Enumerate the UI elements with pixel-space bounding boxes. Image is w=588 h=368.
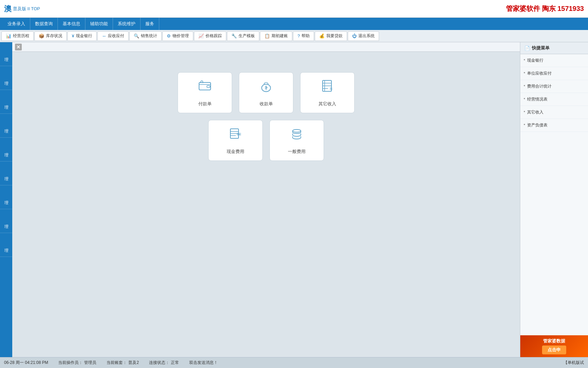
sidebar-item-3[interactable]: 理 — [0, 90, 12, 114]
tab-label: 我要贷款 — [326, 33, 343, 39]
menu-icon: 📄 — [524, 46, 530, 51]
cards-container: 付款单 收款单 — [12, 52, 520, 174]
close-button[interactable]: ✕ — [15, 44, 22, 50]
sidebar-item-9[interactable]: 理 — [0, 233, 12, 257]
wrench-icon: 🔧 — [231, 33, 237, 39]
box-icon: 📦 — [39, 33, 44, 39]
status-operator: 当前操作员： 管理员 — [58, 360, 96, 366]
quick-link-xianjin-yinhang[interactable]: 现金银行 — [520, 54, 588, 67]
sidebar-item-1[interactable]: 理 — [0, 42, 12, 66]
card-xianjin-feiyong[interactable]: 现金费用 — [208, 120, 263, 161]
menu-item-business[interactable]: 业务录入 — [3, 18, 30, 30]
tab-bar: 📊 经营历程 📦 库存状况 ¥ 现金银行 ↔ 应收应付 🔍 销售统计 ⚙ 物价管… — [0, 30, 588, 42]
question-icon: ? — [297, 33, 300, 39]
receipt-icon — [228, 126, 243, 144]
status-version: 【单机版试 — [564, 360, 584, 366]
tab-label: 库存状况 — [46, 33, 62, 39]
brand-contact: 管家婆软件 陶东 1571933 — [506, 4, 584, 13]
sidebar-item-2[interactable]: 理 — [0, 66, 12, 90]
main-menu-bar: 业务录入 数据查询 基本信息 辅助功能 系统维护 服务 — [0, 18, 588, 30]
logo-main: 澳 — [4, 4, 12, 14]
tab-label: 现金银行 — [76, 33, 92, 39]
tab-qichu-jianzhang[interactable]: 📋 期初建账 — [260, 31, 292, 41]
main-content: ✕ 付款单 — [12, 42, 520, 357]
quick-link-jingying-qingkuang[interactable]: 经营情况表 — [520, 93, 588, 106]
quick-link-feiyong-tongji[interactable]: 费用合计统计 — [520, 80, 588, 93]
banner-apply-button[interactable]: 点击申 — [542, 346, 566, 354]
logo-sub: 普及版 II TOP — [13, 6, 40, 12]
card-qita-shouru[interactable]: 羊 其它收入 — [300, 72, 355, 113]
menu-item-basic[interactable]: 基本信息 — [58, 18, 85, 30]
tab-kucun[interactable]: 📦 库存状况 — [34, 31, 67, 41]
tab-label: 价格跟踪 — [206, 33, 222, 39]
tab-xianjin-yinhang[interactable]: ¥ 现金银行 — [67, 31, 97, 41]
tab-loan[interactable]: 💰 我要贷款 — [315, 31, 347, 41]
tab-label: 物价管理 — [173, 33, 189, 39]
banner-top-text: 管家婆数据 — [543, 338, 565, 344]
tab-xiaoshou-tongji[interactable]: 🔍 销售统计 — [129, 31, 162, 41]
coins-icon — [289, 126, 304, 144]
trending-icon: 📈 — [198, 33, 204, 39]
menu-item-assist[interactable]: 辅助功能 — [85, 18, 113, 30]
svg-point-7 — [293, 129, 301, 132]
sidebar-item-6[interactable]: 理 — [0, 162, 12, 185]
card-yiban-feiyong[interactable]: 一般费用 — [270, 120, 324, 161]
status-send-msg[interactable]: 双击发送消息！ — [189, 360, 218, 366]
notebook-icon: 羊 — [320, 78, 335, 97]
content-wrapper: 理 理 理 理 理 理 理 理 理 ✕ — [0, 42, 588, 357]
search-icon: 🔍 — [134, 33, 139, 39]
brand-bar: 澳 普及版 II TOP 管家婆软件 陶东 1571933 — [0, 0, 588, 18]
tab-label: 经营历程 — [13, 33, 29, 39]
quick-link-qita-shouru[interactable]: 其它收入 — [520, 106, 588, 119]
right-panel-title: 快捷菜单 — [532, 45, 550, 51]
right-panel: 📄 快捷菜单 现金银行 单位应收应付 费用合计统计 经营情况表 其它收入 资产负… — [520, 42, 588, 357]
gear-icon: ⚙ — [167, 33, 171, 39]
status-datetime: 06-28 周一 04:21:08 PM — [4, 360, 48, 366]
right-bottom-banner[interactable]: 管家婆数据 点击申 — [520, 335, 588, 357]
status-account: 当前账套： 普及2 — [107, 360, 139, 366]
card-fukuan[interactable]: 付款单 — [178, 72, 232, 113]
brand-logo: 澳 普及版 II TOP — [4, 4, 40, 14]
tab-wujia-guanli[interactable]: ⚙ 物价管理 — [162, 31, 193, 41]
menu-item-service[interactable]: 服务 — [141, 18, 159, 30]
power-icon: ⏻ — [352, 33, 357, 39]
panel-area: 付款单 收款单 — [12, 52, 520, 357]
sidebar-item-4[interactable]: 理 — [0, 114, 12, 138]
tab-label: 生产模板 — [239, 33, 255, 39]
chart-icon: 📊 — [6, 33, 11, 39]
card-shoukuan[interactable]: 收款单 — [239, 72, 293, 113]
sidebar-item-8[interactable]: 理 — [0, 209, 12, 233]
money-icon: 💰 — [319, 33, 325, 39]
cards-row-1: 付款单 收款单 — [178, 72, 355, 113]
left-sidebar: 理 理 理 理 理 理 理 理 理 — [0, 42, 12, 357]
status-bar: 06-28 周一 04:21:08 PM 当前操作员： 管理员 当前账套： 普及… — [0, 357, 588, 368]
right-panel-header: 📄 快捷菜单 — [520, 42, 588, 54]
arrows-icon: ↔ — [102, 33, 106, 39]
card-yiban-feiyong-label: 一般费用 — [288, 149, 306, 155]
tab-label: 帮助 — [301, 33, 310, 39]
svg-rect-1 — [207, 86, 210, 88]
menu-item-system[interactable]: 系统维护 — [113, 18, 141, 30]
close-bar: ✕ — [12, 42, 520, 52]
card-qita-shouru-label: 其它收入 — [318, 101, 336, 107]
svg-text:羊: 羊 — [329, 87, 333, 91]
tab-jingying-licheng[interactable]: 📊 经营历程 — [1, 31, 34, 41]
tab-jiage-genzong[interactable]: 📈 价格跟踪 — [194, 31, 226, 41]
tab-shengchan-moban[interactable]: 🔧 生产模板 — [227, 31, 259, 41]
quick-link-danwei-yingshou[interactable]: 单位应收应付 — [520, 67, 588, 80]
quick-link-zichan-fuzhai[interactable]: 资产负债表 — [520, 119, 588, 132]
tab-label: 应收应付 — [108, 33, 124, 39]
tab-yingshou-yingfu[interactable]: ↔ 应收应付 — [97, 31, 129, 41]
clipboard-icon: 📋 — [264, 33, 270, 39]
sidebar-item-5[interactable]: 理 — [0, 138, 12, 162]
yen-icon: ¥ — [72, 33, 74, 39]
sidebar-item-7[interactable]: 理 — [0, 185, 12, 209]
menu-item-data[interactable]: 数据查询 — [30, 18, 58, 30]
tab-label: 退出系统 — [358, 33, 375, 39]
card-fukuan-label: 付款单 — [198, 101, 212, 107]
tab-label: 期初建账 — [272, 33, 288, 39]
tab-logout[interactable]: ⏻ 退出系统 — [348, 31, 379, 41]
tab-help[interactable]: ? 帮助 — [293, 31, 314, 41]
card-shoukuan-label: 收款单 — [260, 101, 273, 107]
card-xianjin-feiyong-label: 现金费用 — [227, 149, 244, 155]
